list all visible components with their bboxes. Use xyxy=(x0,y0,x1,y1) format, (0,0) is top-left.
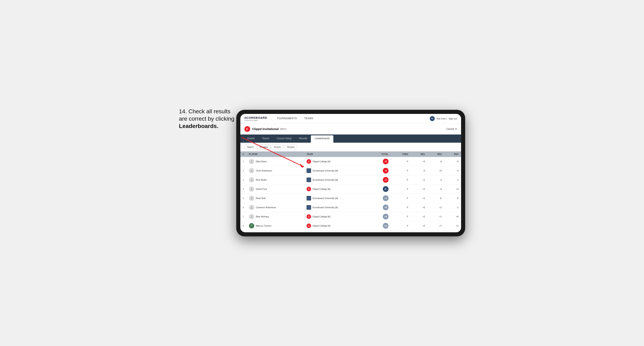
table-row: 6Cameron RobertsonScoreboard University … xyxy=(240,203,461,212)
team-name: Scoreboard University [A] xyxy=(312,206,338,209)
col-total: TOTAL xyxy=(369,152,391,157)
nav-teams[interactable]: TEAMS xyxy=(301,114,317,123)
tournament-header: C Clippd Invitational (Men) Cancel ✕ xyxy=(240,124,461,135)
col-rank: # xyxy=(240,152,246,157)
rank-cell: 3 xyxy=(240,175,246,184)
thru-cell: F xyxy=(391,166,411,175)
col-player: PLAYER xyxy=(246,152,304,157)
tab-leaderboards[interactable]: Leaderboards xyxy=(311,135,333,143)
rank-cell: 7 xyxy=(240,212,246,221)
total-cell: +9 xyxy=(369,212,391,221)
thru-cell: F xyxy=(391,175,411,184)
table-row: 4David FordCClippd College [A]EF+1-4+3 xyxy=(240,184,461,193)
thru-cell: F xyxy=(391,184,411,193)
rank-cell: 4 xyxy=(240,184,246,193)
player-cell: Rees Britt xyxy=(246,193,304,203)
svg-point-17 xyxy=(251,206,252,207)
player-cell: Elliot Ebert xyxy=(246,157,304,166)
team-name: Clippd College [A] xyxy=(312,224,330,227)
table-row: 2Chris RobertsonScoreboard University [A… xyxy=(240,166,461,175)
score-badge: -4 xyxy=(383,168,388,173)
filter-scores[interactable]: Scores xyxy=(271,145,284,149)
player-name: Blair McHarg xyxy=(256,215,269,218)
outer-wrapper: 14. Check all results are correct by cli… xyxy=(179,110,465,236)
rd1-cell: -5 xyxy=(411,166,428,175)
tournament-gender: (Men) xyxy=(280,128,286,131)
svg-point-22 xyxy=(251,224,252,226)
team-cell: CClippd College [A] xyxy=(304,157,369,166)
tab-results[interactable]: Results xyxy=(295,135,311,143)
logo-sub: Powered by clippd xyxy=(244,119,267,121)
rd1-cell: +5 xyxy=(411,203,428,212)
team-cell: Scoreboard University [A] xyxy=(304,203,369,212)
tab-details[interactable]: Details xyxy=(244,135,258,143)
svg-rect-11 xyxy=(307,181,311,181)
total-cell: -2 xyxy=(369,175,391,184)
team-logo: C xyxy=(306,159,311,164)
tab-teams[interactable]: Teams xyxy=(258,135,273,143)
team-name: Scoreboard University [A] xyxy=(312,197,338,199)
player-cell: Cameron Robertson xyxy=(246,203,304,212)
rd3-cell: -1 xyxy=(444,175,461,184)
rd2-cell: +5 xyxy=(428,166,444,175)
team-cell: Scoreboard University [A] xyxy=(304,175,369,184)
sign-out-link[interactable]: Sign out xyxy=(448,117,457,120)
thru-cell: F xyxy=(391,157,411,166)
player-cell: David Ford xyxy=(246,184,304,193)
team-cell: CClippd College [A] xyxy=(304,184,369,193)
filter-players[interactable]: Players xyxy=(257,145,270,149)
tournament-icon: C xyxy=(244,126,250,132)
filter-teams[interactable]: Teams xyxy=(244,145,256,149)
rd1-cell: +1 xyxy=(411,184,428,193)
player-avatar xyxy=(249,195,254,201)
team-logo: C xyxy=(306,223,311,228)
player-avatar xyxy=(249,177,254,182)
svg-point-3 xyxy=(251,160,252,162)
svg-point-8 xyxy=(251,178,252,180)
top-nav: SCOREBOARD Powered by clippd TOURNAMENTS… xyxy=(240,114,461,124)
svg-rect-5 xyxy=(307,169,311,170)
score-badge: +6 xyxy=(383,204,388,210)
logo-text: SCOREBOARD xyxy=(244,116,267,119)
player-cell: Chris Robertson xyxy=(246,166,304,175)
table-row: 8Marcus TurnersCClippd College [A]+11F+2… xyxy=(240,221,461,230)
filter-strokes[interactable]: Strokes xyxy=(284,145,297,149)
player-cell: Blair McHarg xyxy=(246,212,304,221)
team-cell: CClippd College [A] xyxy=(304,221,369,230)
col-thru: THRU xyxy=(391,152,411,157)
logo-area: SCOREBOARD Powered by clippd xyxy=(244,116,267,121)
col-team: TEAM xyxy=(304,152,369,157)
rank-cell: 6 xyxy=(240,203,246,212)
rd3-cell: +2 xyxy=(444,221,461,230)
score-badge: +1 xyxy=(383,195,388,201)
tablet-frame: SCOREBOARD Powered by clippd TOURNAMENTS… xyxy=(236,110,465,236)
svg-rect-9 xyxy=(307,178,311,179)
rd3-cell: +6 xyxy=(444,212,461,221)
player-name: Marcus Turners xyxy=(256,224,272,227)
tablet-screen: SCOREBOARD Powered by clippd TOURNAMENTS… xyxy=(240,114,461,232)
rd3-cell: -1 xyxy=(444,203,461,212)
table-row: 7Blair McHargCClippd College [A]+9F+2+1+… xyxy=(240,212,461,221)
rd3-cell: +3 xyxy=(444,184,461,193)
col-rd3: RD3 xyxy=(444,152,461,157)
player-avatar xyxy=(249,186,254,192)
thru-cell: F xyxy=(391,221,411,230)
nav-tournaments[interactable]: TOURNAMENTS xyxy=(273,114,301,123)
player-avatar xyxy=(249,168,254,173)
svg-rect-10 xyxy=(307,179,311,180)
rd2-cell: -4 xyxy=(428,184,444,193)
player-cell: Marcus Turners xyxy=(246,221,304,230)
rd1-cell: +2 xyxy=(411,221,428,230)
score-badge: E xyxy=(383,186,388,192)
rank-cell: 2 xyxy=(240,166,246,175)
tab-course-setup[interactable]: Course Setup xyxy=(273,135,295,143)
rd1-cell: +1 xyxy=(411,175,428,184)
svg-rect-18 xyxy=(307,206,311,207)
leaderboard-table: # PLAYER TEAM TOTAL THRU RD1 RD2 RD3 1El… xyxy=(240,152,461,230)
team-name: Scoreboard University [A] xyxy=(312,178,338,181)
team-cell: Scoreboard University [A] xyxy=(304,166,369,175)
rd3-cell: -5 xyxy=(444,157,461,166)
player-avatar xyxy=(249,205,254,210)
cancel-button[interactable]: Cancel ✕ xyxy=(446,128,457,131)
nav-right: TU Test User | Sign out xyxy=(430,116,457,121)
